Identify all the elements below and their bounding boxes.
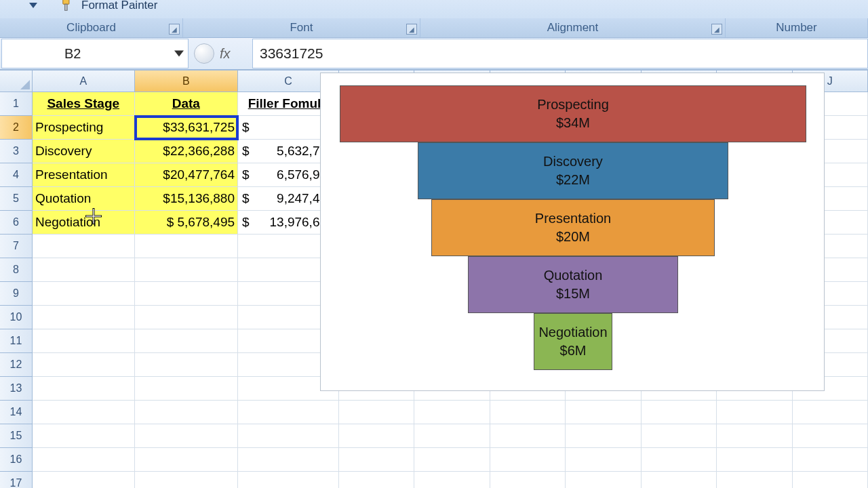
dialog-launcher-icon[interactable]: ◢ xyxy=(711,24,722,35)
row-header-1[interactable]: 1 xyxy=(0,92,33,116)
cell-A16[interactable] xyxy=(33,448,135,472)
chevron-down-icon[interactable] xyxy=(174,51,184,57)
cell-H15[interactable] xyxy=(642,424,717,448)
name-box[interactable]: B2 xyxy=(1,39,189,68)
cell-B1[interactable]: Data xyxy=(135,92,238,116)
cell-A15[interactable] xyxy=(33,424,135,448)
cell-H17[interactable] xyxy=(642,472,717,488)
funnel-bar-quotation[interactable]: Quotation$15M xyxy=(468,256,678,313)
cell-B8[interactable] xyxy=(135,258,238,282)
cell-C15[interactable] xyxy=(238,424,339,448)
funnel-bar-presentation[interactable]: Presentation$20M xyxy=(431,199,715,256)
cell-B15[interactable] xyxy=(135,424,238,448)
row-header-14[interactable]: 14 xyxy=(0,401,33,424)
cell-H16[interactable] xyxy=(642,448,717,472)
row-header-11[interactable]: 11 xyxy=(0,329,33,353)
cell-H14[interactable] xyxy=(642,401,717,424)
cell-A10[interactable] xyxy=(33,306,135,329)
cell-A13[interactable] xyxy=(33,377,135,401)
cell-G14[interactable] xyxy=(566,401,641,424)
cell-F15[interactable] xyxy=(490,424,566,448)
cell-B5[interactable]: $15,136,880 xyxy=(135,187,238,211)
cell-F16[interactable] xyxy=(490,448,566,472)
cell-D17[interactable] xyxy=(339,472,414,488)
cell-B14[interactable] xyxy=(135,401,238,424)
cell-I16[interactable] xyxy=(717,448,792,472)
cell-C16[interactable] xyxy=(238,448,339,472)
row-header-5[interactable]: 5 xyxy=(0,187,33,211)
cell-B11[interactable] xyxy=(135,329,238,353)
cell-J17[interactable] xyxy=(793,472,868,488)
cell-A7[interactable] xyxy=(33,235,135,258)
cell-I17[interactable] xyxy=(717,472,792,488)
row-header-6[interactable]: 6 xyxy=(0,211,33,235)
funnel-bar-prospecting[interactable]: Prospecting$34M xyxy=(340,85,806,142)
row-header-17[interactable]: 17 xyxy=(0,472,33,488)
cell-A5[interactable]: Quotation xyxy=(33,187,135,211)
cell-J15[interactable] xyxy=(793,424,868,448)
cell-C17[interactable] xyxy=(238,472,339,488)
formula-input[interactable]: 33631725 xyxy=(252,39,868,68)
cell-A17[interactable] xyxy=(33,472,135,488)
cell-A12[interactable] xyxy=(33,353,135,377)
row-header-10[interactable]: 10 xyxy=(0,306,33,329)
row-header-3[interactable]: 3 xyxy=(0,140,33,163)
dialog-launcher-icon[interactable]: ◢ xyxy=(406,24,417,35)
cell-E15[interactable] xyxy=(414,424,490,448)
cell-D15[interactable] xyxy=(339,424,414,448)
cell-E17[interactable] xyxy=(414,472,490,488)
select-all-corner[interactable] xyxy=(0,70,33,92)
cancel-icon[interactable] xyxy=(194,43,214,64)
cell-F14[interactable] xyxy=(490,401,566,424)
cell-B9[interactable] xyxy=(135,282,238,306)
cell-B2[interactable]: $33,631,725 xyxy=(135,116,238,140)
row-header-9[interactable]: 9 xyxy=(0,282,33,306)
cell-B3[interactable]: $22,366,288 xyxy=(135,140,238,163)
cell-B16[interactable] xyxy=(135,448,238,472)
cell-A11[interactable] xyxy=(33,329,135,353)
row-header-16[interactable]: 16 xyxy=(0,448,33,472)
fx-icon[interactable]: fx xyxy=(220,46,247,62)
cell-J16[interactable] xyxy=(793,448,868,472)
cell-I14[interactable] xyxy=(717,401,792,424)
cell-B13[interactable] xyxy=(135,377,238,401)
dropdown-icon[interactable] xyxy=(28,1,38,9)
cell-D16[interactable] xyxy=(339,448,414,472)
column-header-A[interactable]: A xyxy=(33,70,135,92)
cell-B17[interactable] xyxy=(135,472,238,488)
cell-A1[interactable]: Sales Stage xyxy=(33,92,135,116)
cell-G17[interactable] xyxy=(566,472,641,488)
cell-B7[interactable] xyxy=(135,235,238,258)
cell-D14[interactable] xyxy=(339,401,414,424)
cell-G16[interactable] xyxy=(566,448,641,472)
format-painter-button[interactable]: Format Painter xyxy=(61,0,157,13)
cell-B10[interactable] xyxy=(135,306,238,329)
cell-I15[interactable] xyxy=(717,424,792,448)
row-header-2[interactable]: 2 xyxy=(0,116,33,140)
cell-B12[interactable] xyxy=(135,353,238,377)
row-header-12[interactable]: 12 xyxy=(0,353,33,377)
cell-E16[interactable] xyxy=(414,448,490,472)
dialog-launcher-icon[interactable]: ◢ xyxy=(169,24,180,35)
cell-A3[interactable]: Discovery xyxy=(33,140,135,163)
cell-A9[interactable] xyxy=(33,282,135,306)
cell-B6[interactable]: $ 5,678,495 xyxy=(135,211,238,235)
funnel-bar-discovery[interactable]: Discovery$22M xyxy=(418,142,728,199)
cell-A6[interactable]: Negotiation xyxy=(33,211,135,235)
cell-A4[interactable]: Presentation xyxy=(33,163,135,187)
row-header-13[interactable]: 13 xyxy=(0,377,33,401)
cell-E14[interactable] xyxy=(414,401,490,424)
cell-G15[interactable] xyxy=(566,424,641,448)
cell-C14[interactable] xyxy=(238,401,339,424)
row-header-15[interactable]: 15 xyxy=(0,424,33,448)
cell-A2[interactable]: Prospecting xyxy=(33,116,135,140)
row-header-7[interactable]: 7 xyxy=(0,235,33,258)
funnel-chart[interactable]: Prospecting$34MDiscovery$22MPresentation… xyxy=(320,73,825,391)
funnel-bar-negotiation[interactable]: Negotiation$6M xyxy=(534,313,612,370)
cell-A8[interactable] xyxy=(33,258,135,282)
cell-F17[interactable] xyxy=(490,472,566,488)
cell-B4[interactable]: $20,477,764 xyxy=(135,163,238,187)
row-header-4[interactable]: 4 xyxy=(0,163,33,187)
column-header-B[interactable]: B xyxy=(135,70,239,92)
row-header-8[interactable]: 8 xyxy=(0,258,33,282)
